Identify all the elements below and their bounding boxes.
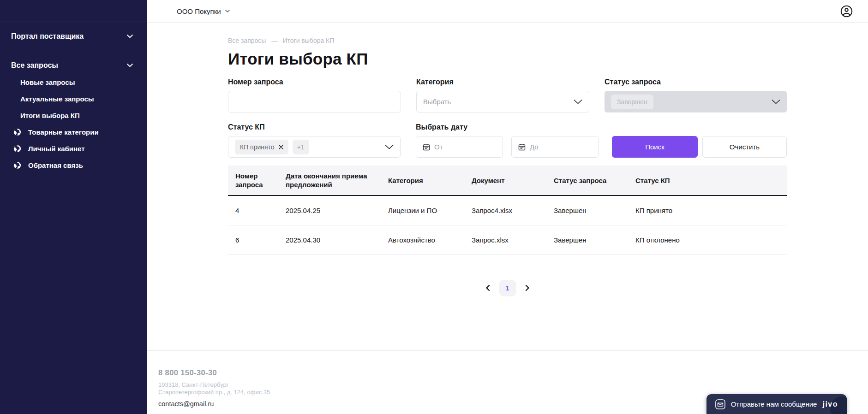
sidebar-item-personal-account[interactable]: Личный кабинет [0, 140, 147, 157]
sidebar-portal-label: Портал поставщика [11, 32, 84, 41]
globe-icon [13, 161, 21, 169]
date-to-input[interactable] [530, 143, 592, 151]
sidebar-item-label: Товарные категории [28, 128, 99, 136]
filter-request-status: Статус запроса Завершен [605, 78, 787, 112]
cell-request-number: 4 [228, 195, 286, 225]
request-status-select: Завершен [605, 91, 787, 112]
footer-phone: 8 800 150-30-30 [158, 368, 868, 377]
results-table: Номер запроса Дата окончания приема пред… [228, 166, 787, 255]
date-range-label: Выбрать дату [416, 123, 599, 131]
column-header: Документ [472, 166, 554, 195]
cell-document[interactable]: Запрос.xlsx [472, 225, 554, 254]
sidebar-item-all-requests[interactable]: Все запросы [0, 57, 147, 74]
filter-kp-status: Статус КП КП принято +1 [228, 123, 401, 158]
request-status-label: Статус запроса [605, 78, 787, 86]
category-select[interactable]: Выбрать [416, 91, 589, 112]
kp-status-more-chip: +1 [293, 140, 309, 154]
sidebar-item-new-requests[interactable]: Новые запросы [0, 74, 147, 90]
globe-icon [13, 128, 21, 136]
chat-widget-brand: jivo [822, 400, 838, 408]
sidebar-header-spacer [0, 0, 147, 22]
company-name: ООО Покупки [177, 7, 221, 15]
breadcrumb-current: Итоги выбора КП [282, 37, 334, 44]
chevron-down-icon [127, 35, 133, 38]
sidebar-item-label: Обратная связь [28, 161, 83, 169]
table-row[interactable]: 6 2025.04.30 Автохозяйство Запрос.xlsx З… [228, 225, 787, 254]
sidebar-item-label: Актуальные запросы [20, 95, 94, 103]
chevron-down-icon [127, 64, 133, 67]
request-number-input[interactable] [235, 91, 394, 112]
cell-end-date: 2025.04.30 [286, 225, 388, 254]
clear-button[interactable]: Очистить [702, 136, 787, 158]
sidebar-item-kp-results[interactable]: Итоги выбора КП [0, 107, 147, 124]
kp-status-chip-label: КП принято [240, 143, 275, 151]
chevron-down-icon [574, 100, 582, 104]
app-root: Портал поставщика Все запросы Новые запр… [0, 0, 868, 414]
cell-document[interactable]: Запрос4.xlsx [472, 195, 554, 225]
date-from-field[interactable] [416, 136, 503, 158]
cell-kp-status: КП принято [635, 195, 787, 225]
sidebar-submenu: Новые запросы Актуальные запросы Итоги в… [0, 74, 147, 124]
user-avatar-icon[interactable] [840, 5, 853, 18]
date-from-input[interactable] [434, 143, 496, 151]
main-content: Все запросы — Итоги выбора КП Итоги выбо… [147, 23, 868, 296]
sidebar-portal-toggle[interactable]: Портал поставщика [0, 22, 147, 51]
breadcrumb-parent[interactable]: Все запросы [228, 37, 266, 44]
category-placeholder: Выбрать [423, 98, 451, 106]
sidebar: Портал поставщика Все запросы Новые запр… [0, 0, 147, 414]
page-number[interactable]: 1 [499, 280, 516, 296]
calendar-icon [423, 143, 430, 151]
chevron-left-icon[interactable] [485, 284, 491, 291]
envelope-icon [715, 399, 725, 409]
topbar: ООО Покупки [147, 0, 868, 23]
chevron-down-icon [225, 10, 230, 12]
table-row[interactable]: 4 2025.04.25 Лицензии и ПО Запрос4.xlsx … [228, 195, 787, 225]
filter-request-number: Номер запроса [228, 78, 401, 112]
chevron-down-icon [385, 145, 394, 149]
column-header: Номер запроса [228, 166, 286, 195]
calendar-icon [518, 143, 526, 151]
cell-category: Лицензии и ПО [388, 195, 472, 225]
kp-status-multiselect[interactable]: КП принято +1 [228, 136, 401, 158]
date-to-field[interactable] [511, 136, 599, 158]
column-header: Дата окончания приема предложений [286, 166, 388, 195]
cell-category: Автохозяйство [388, 225, 472, 254]
cell-request-number: 6 [228, 225, 286, 254]
cell-request-status: Завершен [554, 225, 635, 254]
sidebar-item-label: Личный кабинет [28, 145, 85, 153]
company-selector[interactable]: ООО Покупки [177, 7, 230, 15]
filter-buttons: Поиск Очистить [612, 123, 787, 158]
cell-request-status: Завершен [554, 195, 635, 225]
sidebar-item-feedback[interactable]: Обратная связь [0, 157, 147, 173]
breadcrumb-separator: — [271, 37, 277, 44]
table-header: Номер запроса Дата окончания приема пред… [228, 166, 787, 195]
sidebar-item-label: Итоги выбора КП [20, 112, 80, 119]
filter-date-range: Выбрать дату [416, 123, 599, 158]
request-status-chip: Завершен [611, 95, 653, 109]
footer-address-line1: 193318, Санкт-Петербург [158, 381, 868, 389]
search-button[interactable]: Поиск [612, 136, 698, 158]
sidebar-item-label: Новые запросы [20, 78, 75, 86]
sidebar-links: Товарные категории Личный кабинет Обратн… [0, 124, 147, 173]
pagination: 1 [228, 280, 787, 296]
breadcrumb: Все запросы — Итоги выбора КП [228, 37, 787, 44]
column-header: Категория [388, 166, 472, 195]
kp-status-chip: КП принято [235, 140, 288, 154]
chevron-down-icon [772, 100, 780, 104]
cell-kp-status: КП отклонено [635, 225, 787, 254]
globe-icon [13, 145, 21, 153]
filter-category: Категория Выбрать [416, 78, 589, 112]
kp-status-label: Статус КП [228, 123, 401, 131]
sidebar-item-product-categories[interactable]: Товарные категории [0, 124, 147, 140]
chat-widget-message: Отправьте нам сообщение [731, 400, 817, 408]
column-header: Статус КП [635, 166, 787, 195]
chevron-right-icon[interactable] [524, 284, 531, 291]
request-number-label: Номер запроса [228, 78, 401, 86]
chat-widget-button[interactable]: Отправьте нам сообщение jivo [706, 394, 847, 414]
column-header: Статус запроса [554, 166, 635, 195]
category-label: Категория [416, 78, 589, 86]
remove-chip-icon[interactable] [279, 145, 283, 149]
sidebar-item-actual-requests[interactable]: Актуальные запросы [0, 90, 147, 107]
cell-end-date: 2025.04.25 [286, 195, 388, 225]
filters-panel: Номер запроса Категория Выбрать Стат [228, 78, 787, 158]
